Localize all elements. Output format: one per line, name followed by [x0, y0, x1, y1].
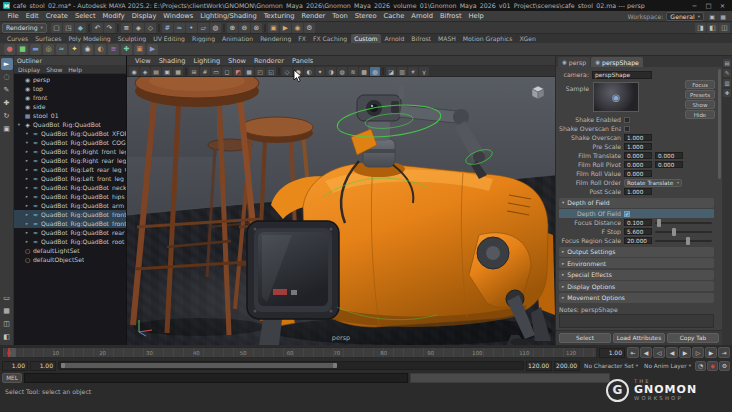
shelf-curve-icon[interactable]: ≈	[56, 44, 67, 55]
range-start-handle[interactable]	[61, 363, 65, 368]
select-camera-icon[interactable]: ◉	[129, 67, 139, 76]
auto-keyframe-icon[interactable]: ◆	[707, 361, 718, 371]
shelf-tab[interactable]: FX	[295, 34, 309, 43]
character-set-selector[interactable]: No Character Set ▾	[582, 363, 640, 369]
film-gate-icon[interactable]: ▭	[211, 67, 221, 76]
section-header[interactable]: ▸ Output Settings	[559, 247, 714, 257]
shelf-material-icon[interactable]: ◐	[95, 44, 106, 55]
outliner-item[interactable]: ▸ ≈ QuadBot_Rig:QuadBot_hips_INT	[14, 192, 126, 201]
2d-pan-zoom-icon[interactable]: ⊞	[189, 67, 199, 76]
current-frame-field[interactable]: 1.00	[599, 348, 625, 358]
attribute-value-field[interactable]: 1.000	[624, 143, 652, 150]
shelf-tab[interactable]: UV Editing	[150, 34, 188, 43]
shelf-plane-icon[interactable]: ▬	[30, 44, 41, 55]
lock-camera-icon[interactable]: ◈	[140, 67, 150, 76]
attribute-value-field[interactable]: 1.000	[624, 188, 652, 195]
ae-side-button[interactable]: Show	[685, 100, 715, 109]
shelf-playblast-icon[interactable]: ▶	[147, 44, 158, 55]
shelf-torus-icon[interactable]: ◎	[43, 44, 54, 55]
shelf-tab[interactable]: Animation	[219, 34, 256, 43]
panel-menu-item[interactable]: Show	[224, 57, 250, 65]
checkbox-checked[interactable]: ✓	[624, 211, 630, 217]
range-slider[interactable]	[58, 361, 524, 370]
tool-settings-tab-icon[interactable]: ✎	[723, 69, 731, 77]
expand-arrow-icon[interactable]: ▸	[24, 203, 30, 208]
move-tool-icon[interactable]: ✚	[1, 97, 13, 109]
menu-set-selector[interactable]: Rendering ▾	[2, 23, 47, 33]
attribute-value-field[interactable]: 0.000	[624, 170, 652, 177]
shelf-tab[interactable]: XGen	[516, 34, 539, 43]
outliner-item[interactable]: ▸ ≈ QuadBot_Rig:QuadBot_rear_INT_plate	[14, 228, 126, 237]
current-time-indicator[interactable]	[8, 348, 16, 357]
menu-item[interactable]: Display	[128, 12, 160, 20]
outliner-item[interactable]: ▸ ≈ QuadBot_Rig:QuadBot_neck_INT	[14, 183, 126, 192]
expand-arrow-icon[interactable]: ▾	[16, 122, 22, 127]
section-header[interactable]: ▸ Display Options	[559, 281, 714, 291]
go-to-end-button[interactable]: ⇥	[718, 347, 730, 358]
time-slider[interactable]: 0102030405060708090100110120	[2, 347, 597, 358]
motion-blur-icon[interactable]: ≋	[348, 67, 358, 76]
snap-curve-icon[interactable]: ≈	[174, 23, 185, 33]
menu-item[interactable]: Modify	[99, 12, 128, 20]
animation-end-field[interactable]: 200.00	[554, 361, 580, 371]
panel-menu-item[interactable]: Lighting	[189, 57, 224, 65]
outliner-item[interactable]: ▸ ≈ QuadBot_Rig:Right_rear_leg_CTRL	[14, 156, 126, 165]
wireframe-icon[interactable]: ◇	[282, 67, 292, 76]
expand-arrow-icon[interactable]: ▸	[24, 185, 30, 190]
attribute-value-field[interactable]: 0.000	[624, 152, 652, 159]
menu-item[interactable]: Create	[42, 12, 71, 20]
attribute-value-field[interactable]: 0.100	[624, 219, 652, 226]
expand-arrow-icon[interactable]: ▸	[24, 158, 30, 163]
shelf-tab[interactable]: FX Caching	[310, 34, 350, 43]
shelf-tab[interactable]: Poly Modeling	[66, 34, 114, 43]
shelf-cube-icon[interactable]: ■	[17, 44, 28, 55]
shelf-camera-icon[interactable]: ◉	[82, 44, 93, 55]
ae-side-button[interactable]: Presets	[685, 90, 715, 99]
panel-menu-item[interactable]: Renderer	[250, 57, 288, 65]
menu-item[interactable]: Arnold	[408, 12, 437, 20]
safe-action-icon[interactable]: ◰	[255, 67, 265, 76]
select-object-icon[interactable]: ◈	[133, 23, 144, 33]
scrollbar[interactable]	[718, 69, 721, 179]
expand-arrow-icon[interactable]: ▸	[24, 176, 30, 181]
shelf-tab[interactable]: Surfaces	[32, 34, 64, 43]
animation-preferences-icon[interactable]: ⚙	[719, 361, 730, 371]
render-current-frame-icon[interactable]: ▶	[280, 23, 291, 33]
image-plane-icon[interactable]: ▦	[173, 67, 183, 76]
close-button[interactable]: ×	[716, 1, 729, 10]
expand-arrow-icon[interactable]: ▸	[24, 194, 30, 199]
shelf-tab[interactable]: Arnold	[382, 34, 408, 43]
attribute-slider[interactable]	[655, 222, 712, 224]
multisample-aa-icon[interactable]: ▩	[359, 67, 369, 76]
load-attributes-button[interactable]: Load Attributes	[613, 333, 665, 343]
outliner-item[interactable]: ▾ ≈ QuadBot_Rig:QuadBot_COG_CTRL	[14, 138, 126, 147]
attribute-value-field-2[interactable]: 0.000	[655, 152, 683, 159]
isolate-select-icon[interactable]: ◪	[386, 67, 396, 76]
depth-of-field-icon[interactable]: ◎	[370, 67, 380, 76]
exposure-icon[interactable]: ☀	[408, 67, 418, 76]
attribute-slider[interactable]	[655, 231, 712, 233]
menu-item[interactable]: Windows	[160, 12, 197, 20]
robot-screen-panel[interactable]	[247, 221, 339, 319]
slider-thumb[interactable]	[672, 228, 676, 236]
outliner-menu-item[interactable]: Help	[68, 66, 82, 73]
four-pane-layout-icon[interactable]: ▦	[1, 305, 13, 317]
notes-field[interactable]	[559, 314, 714, 328]
scale-tool-icon[interactable]: ▣	[1, 123, 13, 135]
expand-arrow-icon[interactable]: ▾	[24, 131, 30, 136]
attribute-value-field[interactable]: 1.000	[624, 134, 652, 141]
ae-side-button[interactable]: Focus	[685, 80, 715, 89]
attribute-value-field[interactable]: 5.600	[624, 228, 652, 235]
make-live-icon[interactable]: ◍	[210, 23, 221, 33]
shelf-tab[interactable]: Custom	[351, 34, 380, 43]
persp-outliner-layout-icon[interactable]: ◧	[1, 331, 13, 343]
select-hierarchy-icon[interactable]: ≡	[121, 23, 132, 33]
render-settings-icon[interactable]: ⚙	[304, 23, 315, 33]
section-header[interactable]: ▸ Special Effects	[559, 270, 714, 280]
anim-layer-selector[interactable]: No Anim Layer ▾	[642, 363, 693, 369]
menu-item[interactable]: Toon	[329, 12, 351, 20]
select-tool-icon[interactable]: ►	[1, 58, 13, 70]
ipr-render-icon[interactable]: ◉	[292, 23, 303, 33]
workspace-selector[interactable]: General ▾	[666, 12, 704, 21]
mel-toggle-button[interactable]: MEL	[2, 373, 22, 383]
